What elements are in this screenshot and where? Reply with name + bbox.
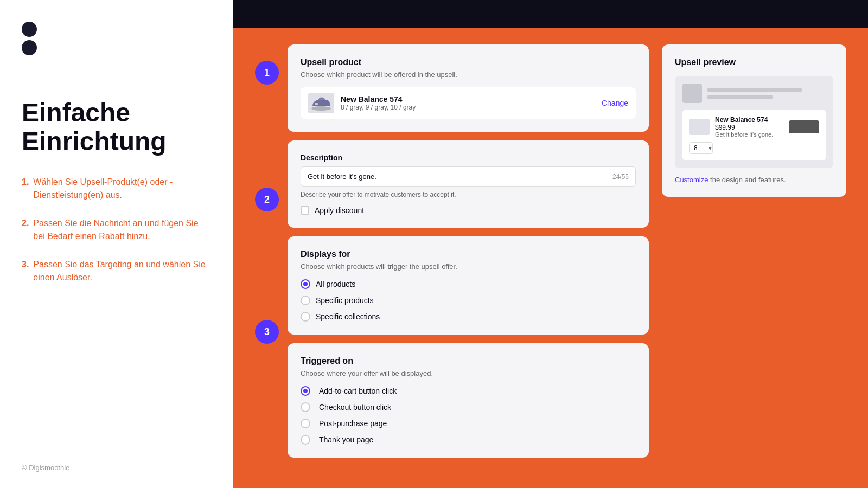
radio-checkout-click-indicator [301, 402, 310, 412]
top-bar [233, 0, 868, 28]
radio-post-purchase-label: Post-purchase page [319, 419, 387, 428]
description-input[interactable] [301, 167, 635, 186]
preview-header-lines [707, 88, 826, 99]
step-num-3: 3. [22, 258, 29, 284]
apply-discount-row[interactable]: Apply discount [301, 206, 636, 215]
step-circle-2: 2 [255, 188, 279, 211]
preview-header-bar [682, 84, 826, 103]
preview-product-price: $99.99 [715, 124, 783, 131]
left-step-2: 2. Passen Sie die Nachricht an und fügen… [22, 217, 212, 243]
step-numbers-col: 1 2 3 [255, 44, 279, 472]
preview-product-description: Get it before it's gone. [715, 131, 783, 138]
customize-row: Customize the design and features. [675, 176, 833, 184]
left-panel: Einfache Einrichtung 1. Wählen Sie Upsel… [0, 0, 233, 488]
main-title: Einfache Einrichtung [22, 99, 212, 156]
radio-specific-collections[interactable]: Specific collections [301, 312, 636, 322]
cards-col: Upsell product Choose which product will… [288, 44, 649, 472]
radio-thank-you-label: Thank you page [319, 435, 373, 444]
char-count: 24/55 [612, 173, 629, 181]
displays-for-subtitle: Choose which products will trigger the u… [301, 262, 636, 271]
radio-specific-products[interactable]: Specific products [301, 296, 636, 305]
step-text-1: Wählen Sie Upsell-Produkt(e) oder -Diens… [33, 176, 212, 202]
svg-point-0 [311, 106, 331, 111]
steps-list: 1. Wählen Sie Upsell-Produkt(e) oder -Di… [22, 176, 212, 284]
content-area: 1 2 3 Upsell product Choose which produc… [233, 28, 868, 488]
radio-all-products[interactable]: All products [301, 279, 636, 289]
preview-product-details: New Balance 574 $99.99 Get it before it'… [715, 116, 783, 138]
displays-for-radio-group: All products Specific products Specific … [301, 279, 636, 322]
step-circle-1: 1 [255, 61, 279, 85]
copyright: © Digismoothie [22, 464, 212, 472]
card1-subtitle: Choose which product will be offered in … [301, 70, 636, 79]
step-circle-3: 3 [255, 320, 279, 344]
apply-discount-checkbox[interactable] [301, 206, 309, 215]
preview-select-row: 8 9 10 ▼ [689, 142, 819, 154]
product-variants: 8 / gray, 9 / gray, 10 / gray [341, 104, 595, 111]
preview-widget: New Balance 574 $99.99 Get it before it'… [682, 110, 826, 160]
upsell-product-card: Upsell product Choose which product will… [288, 44, 649, 132]
main-form: 1 2 3 Upsell product Choose which produc… [255, 44, 649, 472]
card1-title: Upsell product [301, 57, 636, 67]
product-name: New Balance 574 [341, 95, 595, 104]
product-row: New Balance 574 8 / gray, 9 / gray, 10 /… [301, 87, 636, 119]
preview-browser: New Balance 574 $99.99 Get it before it'… [675, 76, 833, 168]
radio-all-products-indicator [301, 279, 310, 289]
product-info: New Balance 574 8 / gray, 9 / gray, 10 /… [341, 95, 595, 111]
radio-specific-collections-indicator [301, 312, 310, 322]
product-image [308, 93, 334, 113]
preview-quantity-select[interactable]: 8 9 10 [689, 142, 713, 154]
radio-checkout-click-label: Checkout button click [319, 403, 391, 412]
preview-panel: Upsell preview New Balance 5 [662, 44, 846, 472]
displays-for-card: Displays for Choose which products will … [288, 236, 649, 335]
description-input-wrapper: 24/55 [301, 166, 636, 187]
preview-card: Upsell preview New Balance 5 [662, 44, 846, 197]
description-label: Description [301, 153, 636, 162]
preview-product-name: New Balance 574 [715, 116, 783, 124]
radio-all-products-label: All products [316, 280, 355, 288]
preview-title: Upsell preview [675, 57, 833, 67]
triggered-on-card: Triggered on Choose where your offer wil… [288, 343, 649, 458]
right-area: 1 2 3 Upsell product Choose which produc… [233, 0, 868, 488]
preview-shoe-image [689, 119, 710, 135]
radio-add-to-cart[interactable]: Add-to-cart button click [301, 386, 636, 396]
radio-all-products-dot [303, 282, 308, 286]
radio-add-to-cart-indicator [301, 386, 310, 396]
radio-specific-collections-label: Specific collections [316, 312, 380, 321]
radio-checkout-click[interactable]: Checkout button click [301, 402, 636, 412]
radio-specific-products-indicator [301, 296, 310, 305]
left-step-3: 3. Passen Sie das Targeting an und wähle… [22, 258, 212, 284]
logo [22, 22, 212, 55]
radio-post-purchase-indicator [301, 419, 310, 428]
customize-text: the design and features. [708, 176, 786, 184]
radio-add-to-cart-label: Add-to-cart button click [319, 387, 397, 395]
step-text-2: Passen Sie die Nachricht an und fügen Si… [33, 217, 212, 243]
radio-add-to-cart-dot [303, 389, 308, 393]
radio-thank-you-indicator [301, 435, 310, 445]
step-num-1: 1. [22, 176, 29, 202]
radio-thank-you[interactable]: Thank you page [301, 435, 636, 445]
displays-for-title: Displays for [301, 249, 636, 259]
preview-product-row: New Balance 574 $99.99 Get it before it'… [689, 116, 819, 138]
change-button[interactable]: Change [602, 99, 628, 107]
radio-specific-products-label: Specific products [316, 296, 374, 305]
step-text-3: Passen Sie das Targeting an und wählen S… [33, 258, 212, 284]
description-card: Description 24/55 Describe your offer to… [288, 140, 649, 228]
triggered-on-subtitle: Choose where your offer will be displaye… [301, 369, 636, 377]
logo-dot-bottom [22, 40, 37, 55]
preview-line-2 [707, 95, 773, 99]
preview-line-1 [707, 88, 802, 92]
triggered-radio-group: Add-to-cart button click Checkout button… [301, 386, 636, 445]
triggered-on-title: Triggered on [301, 356, 636, 366]
description-hint: Describe your offer to motivate customer… [301, 191, 636, 198]
radio-post-purchase[interactable]: Post-purchase page [301, 419, 636, 428]
preview-avatar [682, 84, 702, 103]
logo-dot-top [22, 22, 37, 37]
svg-rect-1 [315, 103, 318, 105]
customize-link[interactable]: Customize [675, 176, 708, 184]
left-step-1: 1. Wählen Sie Upsell-Produkt(e) oder -Di… [22, 176, 212, 202]
preview-add-button [789, 120, 819, 133]
step-num-2: 2. [22, 217, 29, 243]
apply-discount-label: Apply discount [315, 206, 364, 215]
